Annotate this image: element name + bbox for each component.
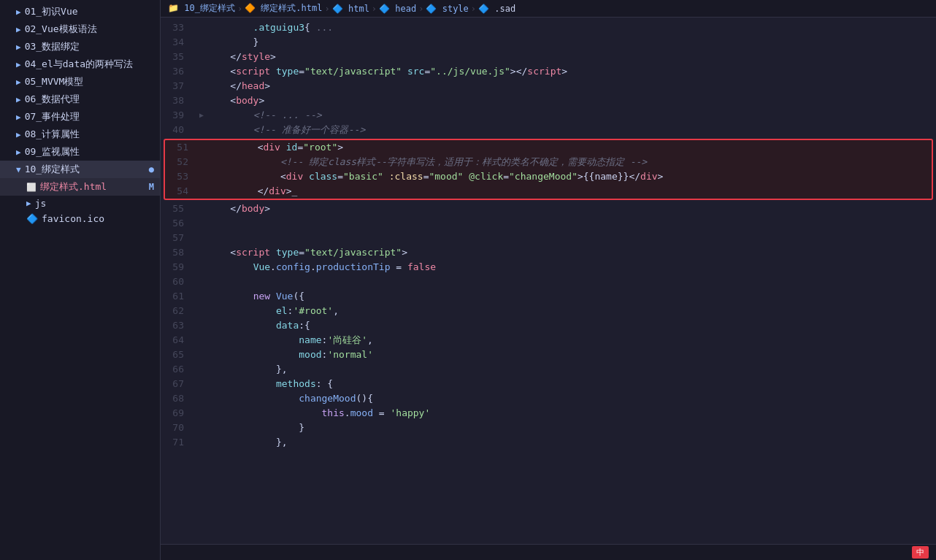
line-38: 38 <body> (161, 93, 936, 108)
folder-icon: ▶ (16, 130, 21, 139)
sidebar-label: 03_数据绑定 (25, 40, 80, 53)
editor-container: 📁 10_绑定样式 › 🔶 绑定样式.html › 🔷 html › 🔷 hea… (161, 0, 936, 560)
code-content: }, (207, 435, 936, 450)
folder-icon: ▶ (16, 42, 21, 52)
code-content: }, (207, 362, 936, 377)
sidebar-item-05[interactable]: ▶ 05_MVVM模型 (0, 73, 160, 91)
sidebar-item-10[interactable]: ▼ 10_绑定样式 ● (0, 161, 160, 178)
line-number: 65 (161, 348, 196, 362)
sidebar-item-js[interactable]: ▶ js (0, 196, 160, 211)
folder-icon: ▶ (16, 95, 21, 104)
line-61: 61 new Vue({ (161, 289, 936, 304)
bc-sep4: › (418, 4, 423, 14)
line-68: 68 changeMood(){ (161, 391, 936, 406)
bc-style: 🔷 style (426, 4, 468, 14)
sidebar-item-07[interactable]: ▶ 07_事件处理 (0, 108, 160, 126)
collapse-arrow[interactable]: ▶ (196, 108, 207, 123)
code-content: <script type="text/javascript" src="../j… (207, 64, 936, 79)
sidebar-label: 08_计算属性 (25, 128, 80, 141)
sidebar-item-01[interactable]: ▶ 01_初识Vue (0, 3, 160, 20)
sidebar-item-04[interactable]: ▶ 04_el与data的两种写法 (0, 55, 160, 73)
sidebar-label: 01_初识Vue (25, 5, 78, 18)
code-content: </body> (207, 202, 936, 216)
line-number: 68 (161, 391, 196, 406)
code-content: } (207, 35, 936, 50)
code-content: <body> (207, 93, 936, 108)
code-content: </style> (207, 50, 936, 64)
line-39: 39 ▶ <!-- ... --> (161, 108, 936, 123)
line-34: 34 } (161, 35, 936, 50)
line-58: 58 <script type="text/javascript"> (161, 245, 936, 260)
bc-class: 🔷 .sad (478, 4, 515, 14)
line-number: 52 (165, 155, 200, 169)
line-number: 57 (161, 231, 196, 245)
code-content: <!-- 绑定class样式--字符串写法，适用于：样式的类名不确定，需要动态指… (212, 155, 932, 169)
line-35: 35 </style> (161, 50, 936, 64)
line-number: 36 (161, 64, 196, 79)
sidebar-label: js (35, 198, 47, 209)
bc-head: 🔷 head (379, 4, 416, 14)
code-content: <!-- ... --> (207, 108, 936, 123)
code-content: data:{ (207, 318, 936, 333)
folder-icon: ▶ (16, 77, 21, 87)
line-67: 67 methods: { (161, 377, 936, 391)
sidebar-item-02[interactable]: ▶ 02_Vue模板语法 (0, 20, 160, 38)
line-number: 55 (161, 202, 196, 216)
line-number: 70 (161, 421, 196, 435)
folder-icon: ▶ (16, 112, 21, 122)
sidebar-item-06[interactable]: ▶ 06_数据代理 (0, 91, 160, 108)
folder-icon: ▶ (26, 199, 31, 208)
sidebar-item-09[interactable]: ▶ 09_监视属性 (0, 143, 160, 161)
sidebar-label: 02_Vue模板语法 (25, 23, 97, 36)
bc-sep2: › (325, 4, 330, 14)
line-number: 62 (161, 304, 196, 318)
code-content: <div id="root"> (212, 140, 932, 155)
code-content: .atguigu3{ ... (207, 20, 936, 35)
code-content: methods: { (207, 377, 936, 391)
line-number: 67 (161, 377, 196, 391)
code-editor[interactable]: 33 .atguigu3{ ... 34 } 35 </style> 36 <s… (161, 18, 936, 544)
breadcrumb: 📁 10_绑定样式 › 🔶 绑定样式.html › 🔷 html › 🔷 hea… (161, 0, 936, 18)
code-content: this.mood = 'happy' (207, 406, 936, 421)
line-37: 37 </head> (161, 79, 936, 93)
line-65: 65 mood:'normal' (161, 348, 936, 362)
line-66: 66 }, (161, 362, 936, 377)
line-number: 37 (161, 79, 196, 93)
line-54: 54 </div>_ (165, 184, 932, 199)
line-number: 56 (161, 216, 196, 231)
code-content: <!-- 准备好一个容器--> (207, 123, 936, 137)
code-content: new Vue({ (207, 289, 936, 304)
line-36: 36 <script type="text/javascript" src=".… (161, 64, 936, 79)
line-71: 71 }, (161, 435, 936, 450)
sidebar-item-08[interactable]: ▶ 08_计算属性 (0, 126, 160, 143)
sidebar-label: favicon.ico (42, 213, 104, 224)
modified-badge: ● (149, 164, 154, 174)
sidebar-label: 05_MVVM模型 (25, 75, 84, 88)
line-63: 63 data:{ (161, 318, 936, 333)
sidebar-item-favicon[interactable]: 🔷 favicon.ico (0, 211, 160, 226)
folder-icon: ▶ (16, 7, 21, 17)
bc-folder: 📁 10_绑定样式 (168, 2, 235, 15)
line-40: 40 <!-- 准备好一个容器--> (161, 123, 936, 137)
line-number: 38 (161, 93, 196, 108)
folder-icon: ▶ (16, 147, 21, 157)
sidebar-label: 10_绑定样式 (25, 163, 80, 176)
line-52: 52 <!-- 绑定class样式--字符串写法，适用于：样式的类名不确定，需要… (165, 155, 932, 169)
line-70: 70 } (161, 421, 936, 435)
line-64: 64 name:'尚硅谷', (161, 333, 936, 348)
ico-file-icon: 🔷 (26, 213, 38, 224)
line-number: 40 (161, 123, 196, 137)
code-content: mood:'normal' (207, 348, 936, 362)
modified-badge-m: M (149, 182, 154, 192)
bc-html: 🔷 html (332, 4, 369, 14)
line-60: 60 (161, 275, 936, 289)
sidebar-item-03[interactable]: ▶ 03_数据绑定 (0, 38, 160, 55)
line-number: 33 (161, 20, 196, 35)
sidebar: ▶ 01_初识Vue ▶ 02_Vue模板语法 ▶ 03_数据绑定 ▶ 04_e… (0, 0, 161, 560)
line-55: 55 </body> (161, 202, 936, 216)
sidebar-item-html[interactable]: ⬜ 绑定样式.html M (0, 178, 160, 196)
folder-open-icon: ▼ (16, 165, 21, 174)
sidebar-label: 07_事件处理 (25, 110, 80, 123)
code-content: el:'#root', (207, 304, 936, 318)
line-59: 59 Vue.config.productionTip = false (161, 260, 936, 275)
